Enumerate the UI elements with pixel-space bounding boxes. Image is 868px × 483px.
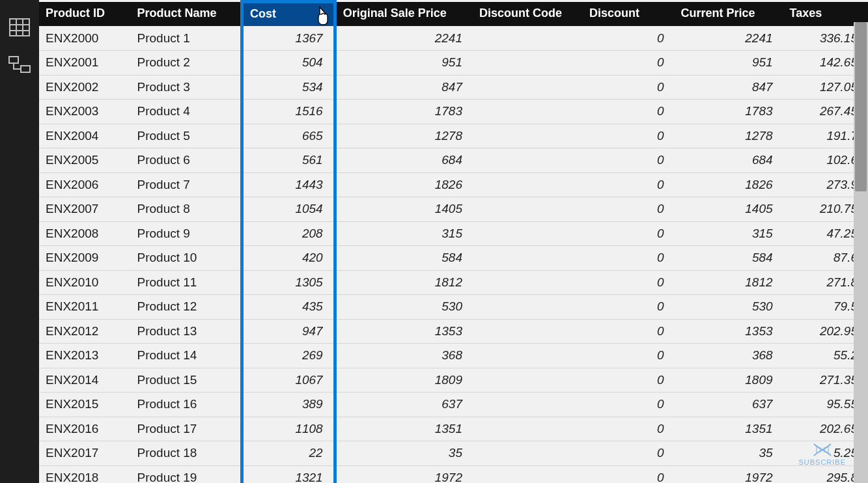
- cell-original-sale-price[interactable]: 1353: [335, 319, 473, 344]
- cell-cost[interactable]: 1367: [242, 26, 335, 51]
- cell-discount-code[interactable]: [473, 344, 583, 368]
- cell-cost[interactable]: 1108: [242, 417, 335, 441]
- cell-discount[interactable]: 0: [583, 172, 675, 197]
- cell-product-name[interactable]: Product 16: [131, 393, 242, 417]
- cell-current-price[interactable]: 530: [675, 295, 783, 320]
- table-row[interactable]: ENX2001Product 25049510951142.65: [39, 51, 868, 76]
- model-view-button[interactable]: [8, 56, 31, 74]
- cell-original-sale-price[interactable]: 584: [335, 246, 473, 271]
- cell-product-id[interactable]: ENX2016: [39, 417, 131, 441]
- col-header-discount-code[interactable]: Discount Code: [473, 2, 583, 27]
- cell-original-sale-price[interactable]: 1812: [335, 270, 473, 295]
- cell-cost[interactable]: 208: [242, 221, 335, 246]
- table-row[interactable]: ENX2003Product 41516178301783267.45: [39, 100, 868, 124]
- col-header-discount[interactable]: Discount: [583, 2, 675, 27]
- cell-product-name[interactable]: Product 11: [131, 270, 242, 295]
- col-header-product-id[interactable]: Product ID: [39, 2, 131, 27]
- scrollbar-thumb[interactable]: [855, 22, 867, 191]
- cell-original-sale-price[interactable]: 847: [335, 75, 473, 100]
- table-row[interactable]: ENX2009Product 10420584058487.6: [39, 246, 868, 271]
- cell-original-sale-price[interactable]: 684: [335, 148, 473, 173]
- cell-discount-code[interactable]: [473, 75, 583, 100]
- cell-original-sale-price[interactable]: 1972: [335, 465, 473, 483]
- cell-product-id[interactable]: ENX2014: [39, 368, 131, 393]
- cell-cost[interactable]: 1054: [242, 197, 335, 222]
- cell-product-name[interactable]: Product 12: [131, 295, 242, 320]
- cell-discount[interactable]: 0: [583, 51, 675, 76]
- cell-product-name[interactable]: Product 1: [131, 26, 242, 51]
- table-row[interactable]: ENX2014Product 151067180901809271.35: [39, 368, 868, 393]
- cell-discount-code[interactable]: [473, 319, 583, 344]
- cell-current-price[interactable]: 1826: [675, 172, 783, 197]
- table-row[interactable]: ENX2008Product 9208315031547.25: [39, 221, 868, 246]
- cell-cost[interactable]: 561: [242, 148, 335, 173]
- cell-product-name[interactable]: Product 10: [131, 246, 242, 271]
- col-header-cost[interactable]: Cost: [242, 2, 335, 27]
- table-row[interactable]: ENX2000Product 11367224102241336.15: [39, 26, 868, 51]
- cell-cost[interactable]: 269: [242, 344, 335, 368]
- cell-discount[interactable]: 0: [583, 319, 675, 344]
- cell-discount[interactable]: 0: [583, 368, 675, 393]
- cell-product-name[interactable]: Product 7: [131, 172, 242, 197]
- cell-discount[interactable]: 0: [583, 465, 675, 483]
- cell-discount[interactable]: 0: [583, 295, 675, 320]
- cell-product-id[interactable]: ENX2003: [39, 100, 131, 124]
- cell-current-price[interactable]: 315: [675, 221, 783, 246]
- cell-product-id[interactable]: ENX2007: [39, 197, 131, 222]
- cell-original-sale-price[interactable]: 2241: [335, 26, 473, 51]
- cell-cost[interactable]: 22: [242, 441, 335, 466]
- cell-discount[interactable]: 0: [583, 124, 675, 148]
- cell-cost[interactable]: 665: [242, 124, 335, 148]
- cell-original-sale-price[interactable]: 1809: [335, 368, 473, 393]
- cell-discount[interactable]: 0: [583, 100, 675, 124]
- cell-product-name[interactable]: Product 2: [131, 51, 242, 76]
- cell-cost[interactable]: 1321: [242, 465, 335, 483]
- cell-discount[interactable]: 0: [583, 417, 675, 441]
- cell-discount[interactable]: 0: [583, 246, 675, 271]
- cell-discount[interactable]: 0: [583, 393, 675, 417]
- vertical-scrollbar[interactable]: [854, 22, 868, 483]
- table-row[interactable]: ENX2006Product 71443182601826273.9: [39, 172, 868, 197]
- cell-current-price[interactable]: 368: [675, 344, 783, 368]
- cell-current-price[interactable]: 1972: [675, 465, 783, 483]
- cell-product-id[interactable]: ENX2000: [39, 26, 131, 51]
- cell-product-id[interactable]: ENX2004: [39, 124, 131, 148]
- table-row[interactable]: ENX2010Product 111305181201812271.8: [39, 270, 868, 295]
- cell-discount-code[interactable]: [473, 246, 583, 271]
- cell-current-price[interactable]: 1351: [675, 417, 783, 441]
- cell-original-sale-price[interactable]: 1278: [335, 124, 473, 148]
- cell-product-id[interactable]: ENX2010: [39, 270, 131, 295]
- cell-product-name[interactable]: Product 15: [131, 368, 242, 393]
- cell-discount[interactable]: 0: [583, 221, 675, 246]
- cell-cost[interactable]: 1443: [242, 172, 335, 197]
- cell-discount[interactable]: 0: [583, 148, 675, 173]
- cell-product-id[interactable]: ENX2002: [39, 75, 131, 100]
- cell-product-id[interactable]: ENX2008: [39, 221, 131, 246]
- cell-discount-code[interactable]: [473, 441, 583, 466]
- cell-discount-code[interactable]: [473, 26, 583, 51]
- cell-discount-code[interactable]: [473, 100, 583, 124]
- cell-product-id[interactable]: ENX2009: [39, 246, 131, 271]
- cell-cost[interactable]: 1067: [242, 368, 335, 393]
- cell-current-price[interactable]: 637: [675, 393, 783, 417]
- cell-current-price[interactable]: 1783: [675, 100, 783, 124]
- cell-product-id[interactable]: ENX2017: [39, 441, 131, 466]
- cell-product-id[interactable]: ENX2001: [39, 51, 131, 76]
- table-row[interactable]: ENX2016Product 171108135101351202.65: [39, 417, 868, 441]
- table-row[interactable]: ENX2005Product 65616840684102.6: [39, 148, 868, 173]
- cell-product-name[interactable]: Product 17: [131, 417, 242, 441]
- cell-current-price[interactable]: 1812: [675, 270, 783, 295]
- cell-product-name[interactable]: Product 14: [131, 344, 242, 368]
- cell-original-sale-price[interactable]: 637: [335, 393, 473, 417]
- cell-original-sale-price[interactable]: 951: [335, 51, 473, 76]
- cell-discount-code[interactable]: [473, 51, 583, 76]
- cell-discount[interactable]: 0: [583, 344, 675, 368]
- cell-product-name[interactable]: Product 9: [131, 221, 242, 246]
- cell-product-name[interactable]: Product 3: [131, 75, 242, 100]
- col-header-current-price[interactable]: Current Price: [675, 2, 783, 27]
- cell-original-sale-price[interactable]: 315: [335, 221, 473, 246]
- cell-current-price[interactable]: 2241: [675, 26, 783, 51]
- cell-current-price[interactable]: 1809: [675, 368, 783, 393]
- table-row[interactable]: ENX2007Product 81054140501405210.75: [39, 197, 868, 222]
- cell-discount[interactable]: 0: [583, 26, 675, 51]
